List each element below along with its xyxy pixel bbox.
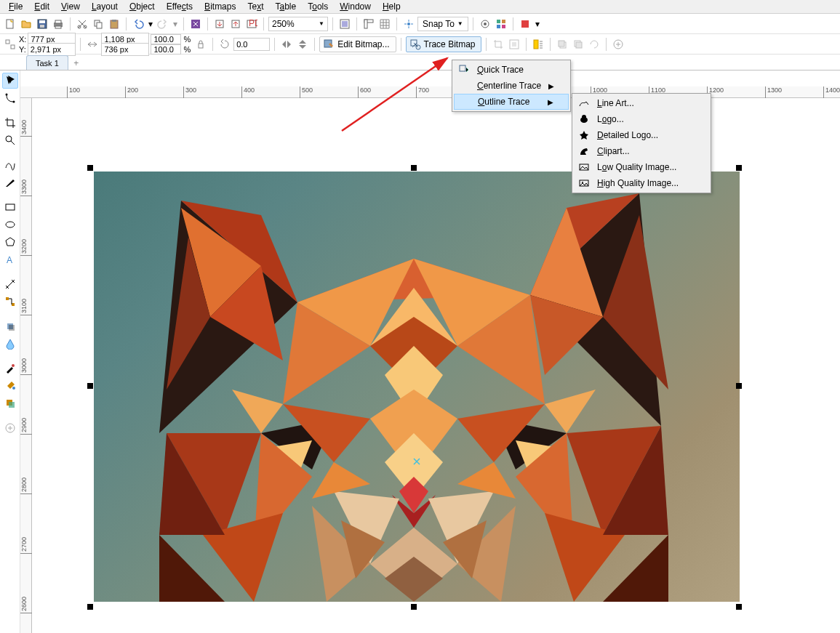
menu-window[interactable]: Window [334, 0, 377, 13]
artistic-media-tool[interactable] [2, 174, 18, 190]
separator [513, 17, 513, 31]
menu-line-art[interactable]: Line Art... [574, 95, 709, 111]
open-button[interactable] [19, 17, 33, 31]
menu-edit[interactable]: Edit [28, 0, 55, 13]
menu-object[interactable]: Object [124, 0, 161, 13]
menu-effects[interactable]: Effects [161, 0, 199, 13]
menu-view[interactable]: View [55, 0, 86, 13]
menu-layout[interactable]: Layout [86, 0, 124, 13]
export-button[interactable] [228, 17, 243, 31]
publish-button[interactable]: PDF [244, 17, 259, 31]
selection-handle-ml[interactable] [87, 383, 93, 389]
app-dropdown[interactable]: ▾ [534, 17, 541, 31]
tab-task1[interactable]: Task 1 [26, 55, 68, 70]
selection-handle-tr[interactable] [736, 165, 742, 171]
snap-to-dropdown[interactable]: Snap To▼ [417, 17, 468, 31]
selection-handle-bm[interactable] [411, 604, 417, 610]
add-preset-button[interactable] [611, 37, 625, 52]
separator [356, 17, 357, 31]
redo-button[interactable] [156, 17, 170, 31]
y-position-input[interactable]: 2,971 px [28, 43, 76, 56]
fullscreen-button[interactable] [337, 17, 352, 31]
menu-table[interactable]: Table [270, 0, 303, 13]
order-back-button[interactable] [571, 37, 585, 52]
menu-outline-trace[interactable]: Outline Trace ▶ [454, 94, 569, 110]
svg-rect-3 [40, 25, 44, 28]
menu-bitmaps[interactable]: Bitmaps [199, 0, 241, 13]
menu-help[interactable]: Help [377, 0, 407, 13]
menu-text[interactable]: Text [241, 0, 269, 13]
horizontal-ruler[interactable]: 1002003004005006007008009001000110012001… [20, 86, 840, 98]
lock-ratio-button[interactable] [193, 37, 208, 52]
import-button[interactable] [212, 17, 227, 31]
mirror-vertical-button[interactable] [295, 37, 310, 52]
selection-handle-tm[interactable] [411, 165, 417, 171]
connector-tool[interactable] [2, 294, 18, 310]
eyedropper-tool[interactable] [2, 360, 18, 376]
rotation-input[interactable]: 0.0 [233, 38, 270, 51]
rulers-button[interactable] [361, 17, 376, 31]
canvas[interactable] [32, 98, 840, 633]
print-button[interactable] [51, 17, 65, 31]
copy-button[interactable] [91, 17, 105, 31]
zoom-level-combo[interactable]: 250%▼ [268, 17, 328, 31]
selection-handle-br[interactable] [736, 604, 742, 610]
vertical-ruler[interactable]: 340033003200310030002900280027002600 [20, 98, 32, 633]
menu-logo[interactable]: Logo... [574, 111, 709, 127]
launcher-button[interactable] [494, 17, 508, 31]
parallel-dimension-tool[interactable] [2, 276, 18, 292]
scale-y-input[interactable]: 100.0 [151, 44, 181, 55]
menu-low-quality[interactable]: Low Quality Image... [574, 159, 709, 175]
smart-fill-tool[interactable] [2, 395, 18, 411]
polygon-tool[interactable] [2, 234, 18, 250]
new-button[interactable] [3, 17, 17, 31]
paste-button[interactable] [107, 17, 121, 31]
svg-rect-51 [12, 303, 15, 306]
snap-toggle-button[interactable] [401, 17, 416, 31]
cut-button[interactable] [75, 17, 89, 31]
grid-button[interactable] [377, 17, 392, 31]
selection-handle-tl[interactable] [87, 165, 93, 171]
menu-tools[interactable]: Tools [302, 0, 334, 13]
trace-bitmap-button[interactable]: Trace Bitmap [406, 36, 482, 52]
scale-x-input[interactable]: 100.0 [151, 34, 181, 44]
resample-button[interactable] [507, 37, 521, 52]
rectangle-tool[interactable] [2, 199, 18, 215]
menu-file[interactable]: File [3, 0, 28, 13]
edit-bitmap-button[interactable]: Edit Bitmap... [319, 36, 396, 52]
quick-customize-button[interactable] [2, 420, 18, 436]
drop-shadow-tool[interactable] [2, 318, 18, 334]
app-launcher-button[interactable] [518, 17, 532, 31]
save-button[interactable] [35, 17, 49, 31]
svg-rect-10 [97, 23, 102, 28]
transparency-tool[interactable] [2, 336, 18, 352]
height-input[interactable]: 736 px [101, 43, 149, 56]
crop-tool[interactable] [2, 115, 18, 131]
ellipse-tool[interactable] [2, 217, 18, 233]
new-tab-button[interactable]: + [70, 57, 83, 70]
selection-handle-mr[interactable] [736, 383, 742, 389]
undo-button[interactable] [131, 17, 145, 31]
menu-centerline-trace[interactable]: Centerline Trace ▶ [454, 78, 569, 94]
convert-button[interactable] [587, 37, 601, 52]
undo-dropdown[interactable]: ▾ [147, 17, 154, 31]
menu-quick-trace[interactable]: Quick Trace [454, 62, 569, 78]
search-button[interactable] [188, 17, 203, 31]
redo-dropdown[interactable]: ▾ [172, 17, 179, 31]
shape-tool[interactable] [2, 90, 18, 106]
order-front-button[interactable] [555, 37, 569, 52]
zoom-tool[interactable] [2, 132, 18, 148]
options-button[interactable] [478, 17, 492, 31]
menu-high-quality[interactable]: High Quality Image... [574, 175, 709, 191]
wrap-text-button[interactable] [531, 37, 545, 52]
freehand-tool[interactable] [2, 157, 18, 173]
selection-handle-bl[interactable] [87, 604, 93, 610]
menu-clipart[interactable]: Clipart... [574, 143, 709, 159]
selected-bitmap[interactable] [94, 172, 740, 602]
text-tool[interactable]: A [2, 251, 18, 267]
interactive-fill-tool[interactable] [2, 378, 18, 394]
pick-cursor-icon[interactable] [4, 73, 19, 87]
menu-detailed-logo[interactable]: Detailed Logo... [574, 127, 709, 143]
crop-button[interactable] [491, 37, 505, 52]
mirror-horizontal-button[interactable] [279, 37, 294, 52]
